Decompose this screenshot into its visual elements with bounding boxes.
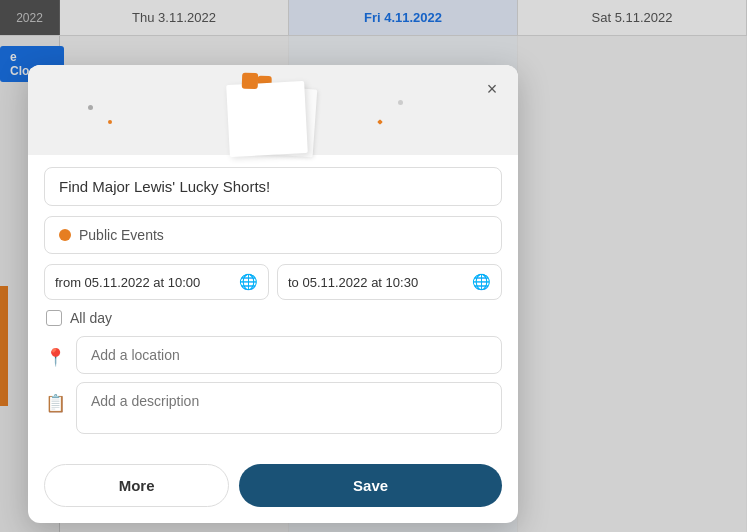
category-select[interactable]: Public Events [44, 216, 502, 254]
to-timezone-icon[interactable]: 🌐 [472, 273, 491, 291]
modal-illustration [28, 65, 518, 155]
category-color-dot [59, 229, 71, 241]
allday-row: All day [44, 310, 502, 326]
save-button[interactable]: Save [239, 464, 502, 507]
datetime-row: from 05.11.2022 at 10:00 🌐 to 05.11.2022… [44, 264, 502, 300]
confetti-dot-3 [398, 100, 403, 105]
from-datetime-text: from 05.11.2022 at 10:00 [55, 275, 200, 290]
confetti-dot-1 [88, 105, 93, 110]
description-input[interactable] [76, 382, 502, 434]
to-datetime-field[interactable]: to 05.11.2022 at 10:30 🌐 [277, 264, 502, 300]
close-button[interactable]: × [478, 75, 506, 103]
location-icon: 📍 [44, 346, 66, 368]
sticky-note-front [226, 81, 308, 157]
from-timezone-icon[interactable]: 🌐 [239, 273, 258, 291]
location-row: 📍 [44, 336, 502, 374]
from-datetime-field[interactable]: from 05.11.2022 at 10:00 🌐 [44, 264, 269, 300]
allday-checkbox[interactable] [46, 310, 62, 326]
event-title-input[interactable] [44, 167, 502, 206]
modal-body: Public Events from 05.11.2022 at 10:00 🌐… [28, 155, 518, 454]
more-button[interactable]: More [44, 464, 229, 507]
description-row: 📋 [44, 382, 502, 434]
clip-front [242, 73, 259, 90]
to-datetime-text: to 05.11.2022 at 10:30 [288, 275, 418, 290]
confetti-dot-4 [377, 119, 383, 125]
allday-label: All day [70, 310, 112, 326]
modal-footer: More Save [28, 454, 518, 507]
description-icon: 📋 [44, 392, 66, 414]
event-create-modal: × Public Events from 05.11.2022 at 10:00… [28, 65, 518, 523]
confetti-dot-2 [108, 120, 112, 124]
location-input[interactable] [76, 336, 502, 374]
sticky-notes-group [218, 75, 328, 155]
category-label: Public Events [79, 227, 164, 243]
